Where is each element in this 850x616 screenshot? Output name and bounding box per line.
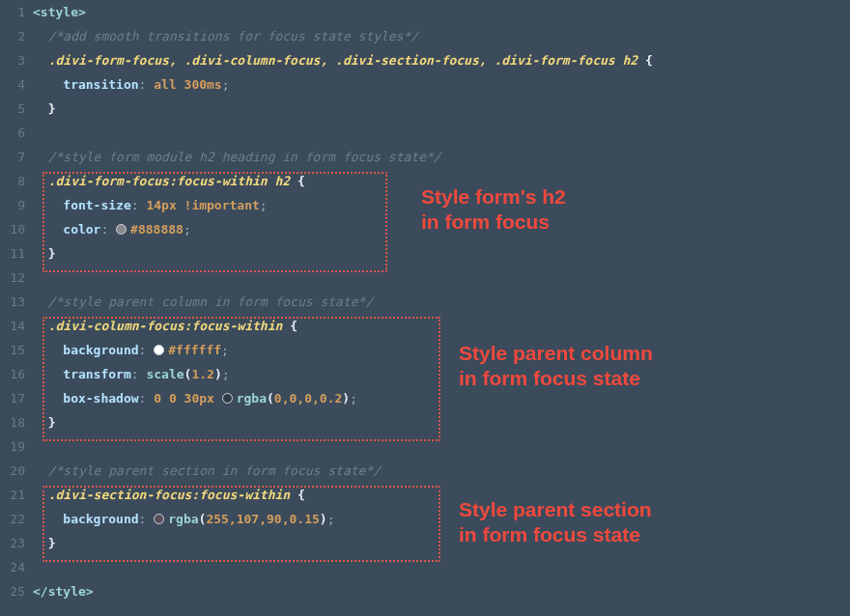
line-number: 2 <box>0 24 33 48</box>
code-line: /*style parent section in form focus sta… <box>33 459 850 483</box>
line-number: 20 <box>0 459 33 483</box>
line-number: 5 <box>0 97 33 121</box>
code-line: /*add smooth transitions for focus state… <box>33 24 850 48</box>
line-number: 19 <box>0 434 33 459</box>
line-number: 3 <box>0 48 33 72</box>
line-number: 17 <box>0 386 33 410</box>
code-line <box>33 555 850 579</box>
code-line: </style> <box>33 579 850 603</box>
line-number: 9 <box>0 193 33 217</box>
code-area: <style> /*add smooth transitions for foc… <box>33 0 850 603</box>
line-number: 23 <box>0 531 33 555</box>
code-line: } <box>33 97 850 121</box>
code-line: transition: all 300ms; <box>33 72 850 97</box>
line-number: 4 <box>0 72 33 97</box>
line-number: 15 <box>0 338 33 362</box>
line-number: 24 <box>0 555 33 579</box>
line-number: 1 <box>0 0 33 24</box>
line-number: 7 <box>0 145 33 169</box>
line-number: 16 <box>0 362 33 386</box>
code-line: .divi-form-focus, .divi-column-focus, .d… <box>33 48 850 72</box>
line-number-gutter: 1234567891011121314151617181920212223242… <box>0 0 33 603</box>
code-line: } <box>33 241 850 266</box>
code-line: background: #ffffff; <box>33 338 850 362</box>
code-line: .divi-column-focus:focus-within { <box>33 314 850 338</box>
code-line: color: #888888; <box>33 217 850 241</box>
line-number: 18 <box>0 410 33 434</box>
code-line <box>33 121 850 145</box>
line-number: 21 <box>0 483 33 507</box>
code-line: /*style parent column in form focus stat… <box>33 290 850 314</box>
line-number: 8 <box>0 169 33 193</box>
code-line: .divi-form-focus:focus-within h2 { <box>33 169 850 193</box>
line-number: 11 <box>0 241 33 266</box>
code-line <box>33 434 850 459</box>
code-line: } <box>33 531 850 555</box>
code-line: font-size: 14px !important; <box>33 193 850 217</box>
line-number: 13 <box>0 290 33 314</box>
code-line: } <box>33 410 850 434</box>
line-number: 25 <box>0 579 33 603</box>
code-line: background: rgba(255,107,90,0.15); <box>33 507 850 531</box>
line-number: 14 <box>0 314 33 338</box>
line-number: 6 <box>0 121 33 145</box>
line-number: 12 <box>0 266 33 290</box>
line-number: 10 <box>0 217 33 241</box>
code-line: transform: scale(1.2); <box>33 362 850 386</box>
code-line: .divi-section-focus:focus-within { <box>33 483 850 507</box>
line-number: 22 <box>0 507 33 531</box>
code-line: box-shadow: 0 0 30px rgba(0,0,0,0.2); <box>33 386 850 410</box>
code-line: /*style form module h2 heading in form f… <box>33 145 850 169</box>
code-line: <style> <box>33 0 850 24</box>
code-line <box>33 266 850 290</box>
